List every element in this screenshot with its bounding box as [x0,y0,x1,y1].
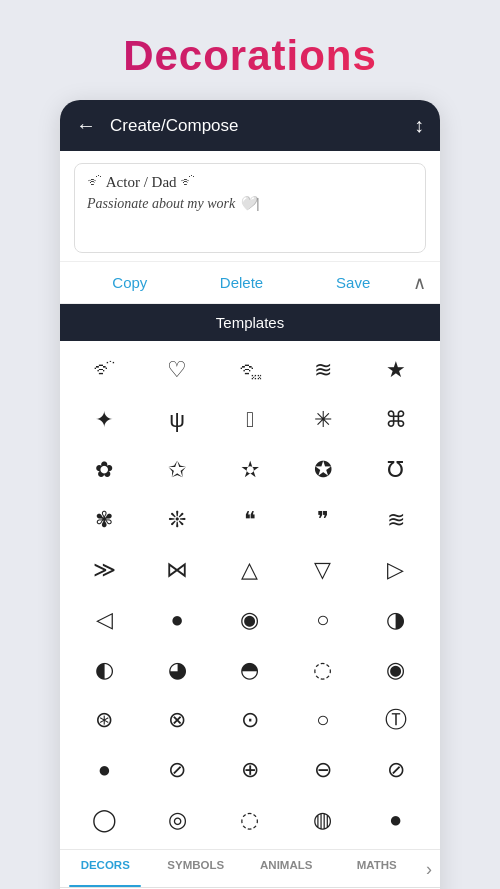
symbol-cell[interactable]: ◓ [214,645,287,695]
symbol-cell[interactable]: ⊗ [141,695,214,745]
symbol-cell[interactable]: ◑ [359,595,432,645]
symbol-cell[interactable]: ◕ [141,645,214,695]
text-line1: ᯤ᪴ Actor / Dad ᯤ᪴ [87,174,413,191]
symbol-cell[interactable]: ≋ [359,495,432,545]
symbol-cell[interactable]: Ⓣ [359,695,432,745]
text-line2: Passionate about my work 🤍| [87,195,413,212]
symbol-cell[interactable]: ● [141,595,214,645]
category-tab-maths[interactable]: MATHS [332,850,423,887]
symbol-cell[interactable]: ◌ [214,795,287,845]
templates-button[interactable]: Templates [60,304,440,341]
page-wrapper: Decorations ← Create/Compose ↕ ᯤ᪴ Actor … [0,0,500,889]
symbol-cell[interactable]: ● [68,745,141,795]
sort-icon[interactable]: ↕ [414,114,424,137]
symbol-cell[interactable]: ⋈ [141,545,214,595]
page-title: Decorations [123,32,377,80]
symbol-cell[interactable]: ❝ [214,495,287,545]
symbol-cell[interactable]: 𓆉 [214,395,287,445]
category-tabs: DECORS SYMBOLS ANIMALS MATHS › [60,849,440,887]
symbol-cell[interactable]: ⊛ [68,695,141,745]
symbol-cell[interactable]: ◉ [214,595,287,645]
symbol-cell[interactable]: ᯤ᪵ [214,345,287,395]
symbol-cell[interactable]: ✿ [68,445,141,495]
symbol-cell[interactable]: ★ [359,345,432,395]
more-categories-icon[interactable]: › [422,850,440,887]
symbol-cell[interactable]: ✪ [286,445,359,495]
symbol-cell[interactable]: ● [359,795,432,845]
symbol-cell[interactable]: ⊘ [359,745,432,795]
symbol-cell[interactable]: ▽ [286,545,359,595]
symbol-cell[interactable]: ♡ [141,345,214,395]
symbol-cell[interactable]: ℧ [359,445,432,495]
symbol-cell[interactable]: ᯤ᪴ [68,345,141,395]
text-area-container: ᯤ᪴ Actor / Dad ᯤ᪴ Passionate about my wo… [60,151,440,262]
symbol-cell[interactable]: ⊖ [286,745,359,795]
compose-textarea[interactable]: ᯤ᪴ Actor / Dad ᯤ᪴ Passionate about my wo… [74,163,426,253]
top-bar: ← Create/Compose ↕ [60,100,440,151]
symbol-cell[interactable]: ⊘ [141,745,214,795]
symbol-cell[interactable]: ⊙ [214,695,287,745]
symbol-cell[interactable]: ✦ [68,395,141,445]
symbol-cell[interactable]: △ [214,545,287,595]
symbol-cell[interactable]: ≫ [68,545,141,595]
phone-frame: ← Create/Compose ↕ ᯤ᪴ Actor / Dad ᯤ᪴ Pas… [60,100,440,889]
symbol-cell[interactable]: ❞ [286,495,359,545]
symbol-cell[interactable]: ✩ [141,445,214,495]
category-tab-decors[interactable]: DECORS [60,850,151,887]
category-tab-animals[interactable]: ANIMALS [241,850,332,887]
symbol-cell[interactable]: ⌘ [359,395,432,445]
save-button[interactable]: Save [297,266,409,299]
back-button[interactable]: ← [76,114,96,137]
symbol-cell[interactable]: ✫ [214,445,287,495]
symbol-cell[interactable]: ◐ [68,645,141,695]
symbol-cell[interactable]: ⊕ [214,745,287,795]
symbol-cell[interactable]: ≋ [286,345,359,395]
symbol-cell[interactable]: ○ [286,695,359,745]
symbol-cell[interactable]: ▷ [359,545,432,595]
category-tab-symbols[interactable]: SYMBOLS [151,850,242,887]
symbol-grid: ᯤ᪴ ♡ ᯤ᪵ ≋ ★ ✦ ψ 𓆉 ✳ ⌘ ✿ ✩ ✫ ✪ ℧ ✾ ❊ ❝ ❞ … [60,341,440,849]
symbol-cell[interactable]: ○ [286,595,359,645]
symbol-cell[interactable]: ✾ [68,495,141,545]
topbar-title: Create/Compose [110,116,414,136]
symbol-cell[interactable]: ◎ [141,795,214,845]
symbol-cell[interactable]: ◍ [286,795,359,845]
symbol-cell[interactable]: ◁ [68,595,141,645]
chevron-up-icon[interactable]: ∧ [409,272,426,294]
delete-button[interactable]: Delete [186,266,298,299]
copy-button[interactable]: Copy [74,266,186,299]
symbol-cell[interactable]: ✳ [286,395,359,445]
symbol-cell[interactable]: ◯ [68,795,141,845]
toolbar: Copy Delete Save ∧ [60,262,440,304]
symbol-cell[interactable]: ❊ [141,495,214,545]
symbol-cell[interactable]: ◌ [286,645,359,695]
symbol-cell[interactable]: ◉ [359,645,432,695]
symbol-cell[interactable]: ψ [141,395,214,445]
